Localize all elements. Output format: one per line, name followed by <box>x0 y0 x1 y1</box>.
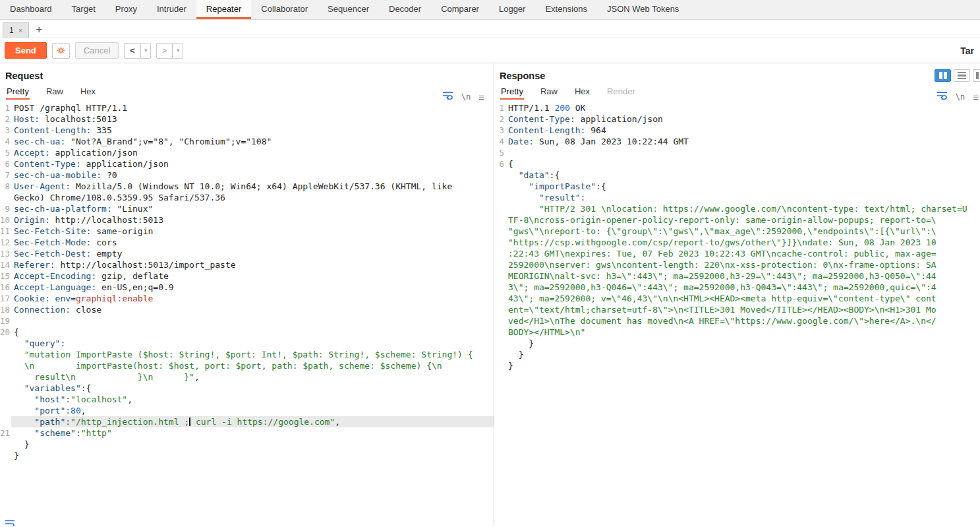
code-line: 15Accept-Encoding: gzip, deflate <box>0 270 494 282</box>
view-tab-raw[interactable]: Raw <box>45 84 64 100</box>
view-tab-render[interactable]: Render <box>606 84 636 100</box>
code-line: 13Sec-Fetch-Dest: empty <box>0 248 494 259</box>
line-number <box>494 326 505 338</box>
line-number: 6 <box>0 158 11 170</box>
editor-menu-icon[interactable]: ≡ <box>973 92 979 102</box>
main-tab-target[interactable]: Target <box>62 0 105 19</box>
code-line: 1POST /graphql HTTP/1.1 <box>0 102 494 113</box>
settings-gear-button[interactable] <box>52 43 70 59</box>
previous-request-button[interactable]: < <box>124 43 140 59</box>
code-line: 6{ <box>494 158 980 170</box>
code-line: 11Sec-Fetch-Site: same-origin <box>0 226 494 237</box>
session-tab-label: 1 <box>9 26 14 35</box>
session-tab-1[interactable]: 1 × <box>3 22 29 38</box>
single-pane-layout-button[interactable] <box>973 69 980 82</box>
code-line: 10Origin: http://localhost:5013 <box>0 214 494 226</box>
main-tab-sequencer[interactable]: Sequencer <box>318 0 379 19</box>
line-number: 2 <box>0 113 11 125</box>
request-title: Request <box>5 71 43 81</box>
main-tab-decoder[interactable]: Decoder <box>379 0 431 19</box>
line-number: 6 <box>494 158 505 170</box>
close-tab-icon[interactable]: × <box>18 26 22 34</box>
view-tab-hex[interactable]: Hex <box>574 84 591 100</box>
code-line: 19 <box>0 315 494 326</box>
main-tab-extensions[interactable]: Extensions <box>535 0 597 19</box>
line-number: 7 <box>0 170 11 181</box>
next-dropdown-button[interactable]: ▾ <box>173 43 183 59</box>
code-line: "https://csp.withgoogle.com/csp/report-t… <box>494 237 980 248</box>
view-tab-hex[interactable]: Hex <box>80 84 96 100</box>
gear-icon <box>57 46 65 55</box>
line-number: 5 <box>494 147 505 158</box>
code-line: "importPaste":{ <box>494 181 980 192</box>
code-line: 8User-Agent: Mozilla/5.0 (Windows NT 10.… <box>0 181 494 192</box>
next-request-button[interactable]: > <box>156 43 173 59</box>
stacked-layout-button[interactable] <box>954 69 970 82</box>
side-by-side-layout-button[interactable] <box>935 69 951 82</box>
line-number <box>494 282 505 293</box>
code-line: 17Cookie: env=graphiql:enable <box>0 293 494 304</box>
code-line: 4Date: Sun, 08 Jan 2023 10:22:44 GMT <box>494 136 980 147</box>
code-line: 1HTTP/1.1 200 OK <box>494 102 980 113</box>
word-wrap-icon[interactable] <box>442 91 453 103</box>
code-line: 20{ <box>0 326 494 338</box>
editor-menu-icon[interactable]: ≡ <box>478 92 484 102</box>
request-editor[interactable]: 1POST /graphql HTTP/1.12Host: localhost:… <box>0 100 494 526</box>
line-number: 1 <box>494 102 505 113</box>
line-number <box>494 315 505 326</box>
main-tab-intruder[interactable]: Intruder <box>147 0 196 19</box>
code-line: "gws\"\nreport-to: {\"group\":\"gws\",\"… <box>494 226 980 237</box>
code-line: 16Accept-Language: en-US,en;q=0.9 <box>0 282 494 293</box>
view-tab-raw[interactable]: Raw <box>540 84 558 100</box>
line-number <box>0 439 11 450</box>
code-line: 6Content-Type: application/json <box>0 158 494 170</box>
view-tab-pretty[interactable]: Pretty <box>500 84 524 100</box>
line-number <box>0 192 11 203</box>
view-tab-pretty[interactable]: Pretty <box>6 84 30 100</box>
line-number <box>494 360 505 371</box>
code-line: 7sec-ch-ua-mobile: ?0 <box>0 170 494 181</box>
send-button[interactable]: Send <box>5 42 47 59</box>
main-tab-json-web-tokens[interactable]: JSON Web Tokens <box>597 0 689 19</box>
line-number: 12 <box>0 237 11 248</box>
line-number <box>0 450 11 461</box>
main-tab-dashboard[interactable]: Dashboard <box>0 0 62 19</box>
show-newlines-icon[interactable]: \n <box>956 92 965 102</box>
code-line: TF-8\ncross-origin-opener-policy-report-… <box>494 214 980 226</box>
main-tab-repeater[interactable]: Repeater <box>196 0 251 19</box>
line-number: 13 <box>0 248 11 259</box>
response-view-tabs: PrettyRawHexRender <box>494 83 980 100</box>
target-label: Tar <box>960 46 975 56</box>
main-tab-proxy[interactable]: Proxy <box>105 0 147 19</box>
code-line: ved</H1>\nThe document has moved\n<A HRE… <box>494 315 980 326</box>
line-number <box>0 371 11 383</box>
code-line: 5 <box>494 147 980 158</box>
line-number: 5 <box>0 147 11 158</box>
line-number: 18 <box>0 304 11 315</box>
request-panel: Request PrettyRawHex \n ≡ 1POST /graphql… <box>0 63 494 526</box>
line-number <box>494 338 505 349</box>
main-tab-collaborator[interactable]: Collaborator <box>251 0 318 19</box>
cancel-button[interactable]: Cancel <box>75 42 119 59</box>
show-newlines-icon[interactable]: \n <box>461 92 471 102</box>
code-line: "port":80, <box>0 405 494 416</box>
code-line: } <box>0 439 494 450</box>
code-line: 5Accept: application/json <box>0 147 494 158</box>
add-tab-button[interactable]: + <box>29 22 49 38</box>
line-number: 20 <box>0 326 11 338</box>
search-bar-icon[interactable] <box>5 519 15 526</box>
code-line: ent=\"text/html;charset=utf-8\">\n<TITLE… <box>494 304 980 315</box>
line-number <box>494 214 505 226</box>
word-wrap-icon[interactable] <box>937 91 948 103</box>
code-line: 14Referer: http://localhost:5013/import_… <box>0 259 494 270</box>
line-number: 4 <box>0 136 11 147</box>
line-number <box>494 203 505 214</box>
previous-dropdown-button[interactable]: ▾ <box>140 43 151 59</box>
main-tab-logger[interactable]: Logger <box>489 0 535 19</box>
response-editor[interactable]: 1HTTP/1.1 200 OK2Content-Type: applicati… <box>494 100 980 526</box>
main-tab-comparer[interactable]: Comparer <box>431 0 489 19</box>
line-number: 4 <box>494 136 505 147</box>
line-number <box>0 394 11 405</box>
code-line: BODY></HTML>\n" <box>494 326 980 338</box>
code-line: "data":{ <box>494 170 980 181</box>
